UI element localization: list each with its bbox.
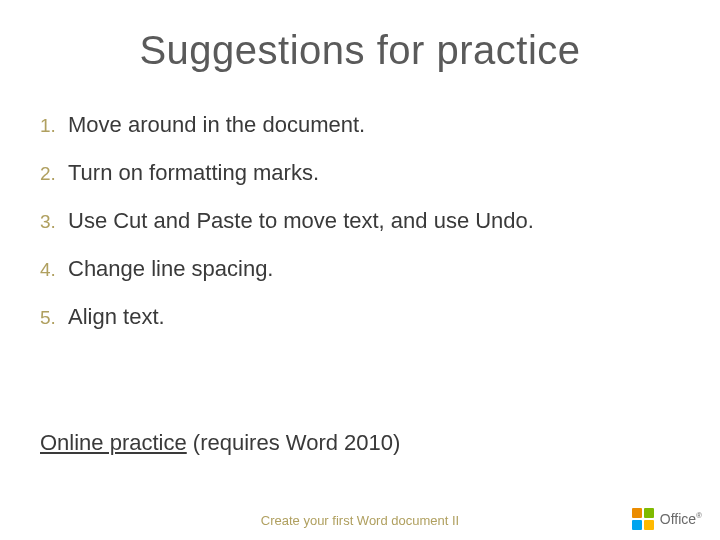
online-practice-link[interactable]: Online practice (40, 430, 187, 455)
list-number: 5. (40, 307, 68, 329)
list-number: 3. (40, 211, 68, 233)
list-text: Align text. (68, 304, 165, 330)
office-logo: Office® (632, 508, 702, 530)
list-number: 1. (40, 115, 68, 137)
slide-title: Suggestions for practice (0, 28, 720, 73)
list-text: Move around in the document. (68, 112, 365, 138)
practice-link-line: Online practice (requires Word 2010) (40, 430, 400, 456)
list-item: 1. Move around in the document. (40, 112, 680, 138)
list-item: 2. Turn on formatting marks. (40, 160, 680, 186)
numbered-list: 1. Move around in the document. 2. Turn … (40, 112, 680, 352)
slide: Suggestions for practice 1. Move around … (0, 0, 720, 540)
practice-link-note: (requires Word 2010) (187, 430, 401, 455)
list-text: Change line spacing. (68, 256, 273, 282)
slide-footer: Create your first Word document II (0, 513, 720, 528)
office-logo-icon (632, 508, 654, 530)
list-text: Use Cut and Paste to move text, and use … (68, 208, 534, 234)
list-number: 4. (40, 259, 68, 281)
list-text: Turn on formatting marks. (68, 160, 319, 186)
list-item: 3. Use Cut and Paste to move text, and u… (40, 208, 680, 234)
list-number: 2. (40, 163, 68, 185)
list-item: 4. Change line spacing. (40, 256, 680, 282)
office-logo-text: Office® (660, 511, 702, 527)
list-item: 5. Align text. (40, 304, 680, 330)
